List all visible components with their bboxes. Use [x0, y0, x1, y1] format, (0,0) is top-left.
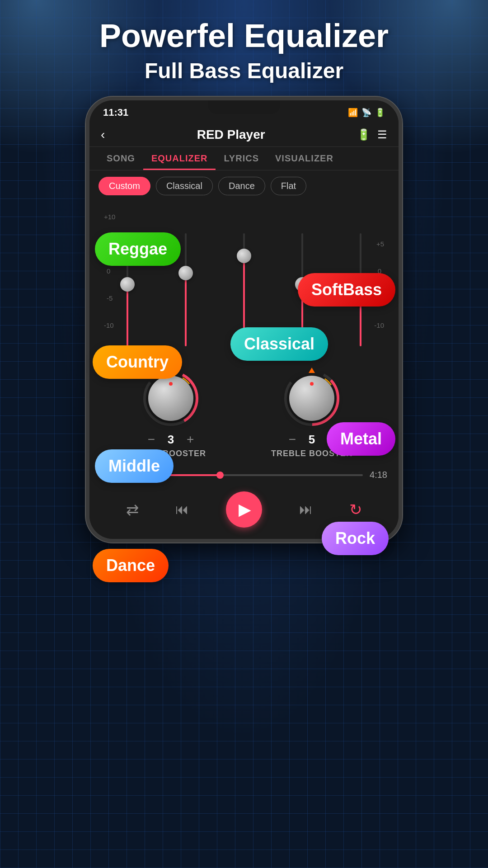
app-title: RED Player — [105, 127, 357, 142]
tab-equalizer[interactable]: EQUALIZER — [143, 147, 216, 170]
label-reggae[interactable]: Reggae — [95, 232, 181, 266]
chip-custom[interactable]: Custom — [99, 177, 150, 195]
label-dance[interactable]: Dance — [93, 549, 169, 582]
repeat-button[interactable]: ↻ — [349, 500, 362, 519]
prev-button[interactable]: ⏮ — [175, 502, 189, 517]
treble-value: 5 — [305, 433, 319, 447]
status-time: 11:31 — [103, 107, 128, 118]
play-icon: ▶ — [239, 500, 251, 519]
preset-chips: Custom Classical Dance Flat — [89, 170, 399, 202]
main-title: Powerfel Equalizer — [99, 18, 389, 54]
bass-plus-button[interactable]: + — [187, 432, 194, 447]
scale-bot: -10 — [104, 321, 114, 329]
tabs-bar: SONG EQUALIZER LYRICS VISUALIZER — [89, 147, 399, 170]
phone-notch — [208, 100, 280, 114]
menu-icon[interactable]: ☰ — [377, 128, 387, 141]
app-header: ‹ RED Player 🔋 ☰ — [89, 123, 399, 147]
treble-knob-dial — [289, 376, 334, 421]
progress-thumb — [216, 472, 224, 479]
scale-mid: 0 — [107, 267, 110, 275]
scale-top: +10 — [104, 213, 115, 221]
total-time: 4:18 — [370, 470, 387, 480]
shuffle-button[interactable]: ⇄ — [126, 500, 139, 519]
treble-knob-dot — [310, 382, 314, 386]
bass-knob-dial — [148, 376, 193, 421]
battery-detail-icon: 🔋 — [357, 128, 371, 141]
sub-title: Full Bass Equalizer — [145, 58, 343, 83]
tab-song[interactable]: SONG — [99, 147, 143, 170]
bass-minus-button[interactable]: − — [148, 432, 155, 447]
label-country[interactable]: Country — [93, 345, 182, 379]
status-icons: 📶 📡 🔋 — [348, 108, 385, 118]
play-button[interactable]: ▶ — [226, 491, 262, 528]
label-rock[interactable]: Rock — [322, 522, 389, 555]
label-middle[interactable]: Middle — [95, 449, 174, 483]
treble-booster-knob[interactable] — [280, 367, 343, 430]
label-softbass[interactable]: SoftBass — [298, 273, 395, 307]
bass-controls: − 3 + — [148, 432, 194, 447]
bass-value: 3 — [164, 433, 178, 447]
tab-visualizer[interactable]: VISUALIZER — [267, 147, 342, 170]
header-icons: 🔋 ☰ — [357, 128, 387, 141]
signal-icon: 📶 — [348, 108, 358, 118]
bass-booster: − 3 + BASS BOOSTER — [136, 367, 206, 458]
next-button[interactable]: ⏭ — [299, 502, 313, 517]
scale-mid-bot: -5 — [107, 294, 113, 302]
label-metal[interactable]: Metal — [327, 422, 395, 456]
chip-flat[interactable]: Flat — [271, 177, 306, 195]
bass-knob-dot — [169, 382, 173, 386]
treble-indicator — [309, 368, 315, 373]
treble-minus-button[interactable]: − — [289, 432, 296, 447]
chip-dance[interactable]: Dance — [218, 177, 265, 195]
chip-classical[interactable]: Classical — [156, 177, 213, 195]
label-classical[interactable]: Classical — [230, 327, 328, 361]
tab-lyrics[interactable]: LYRICS — [216, 147, 267, 170]
battery-icon: 🔋 — [375, 108, 385, 118]
scale-right-bot: -10 — [374, 321, 384, 329]
scale-right-top: +5 — [376, 240, 384, 248]
wifi-icon: 📡 — [361, 108, 371, 118]
back-button[interactable]: ‹ — [101, 127, 105, 142]
